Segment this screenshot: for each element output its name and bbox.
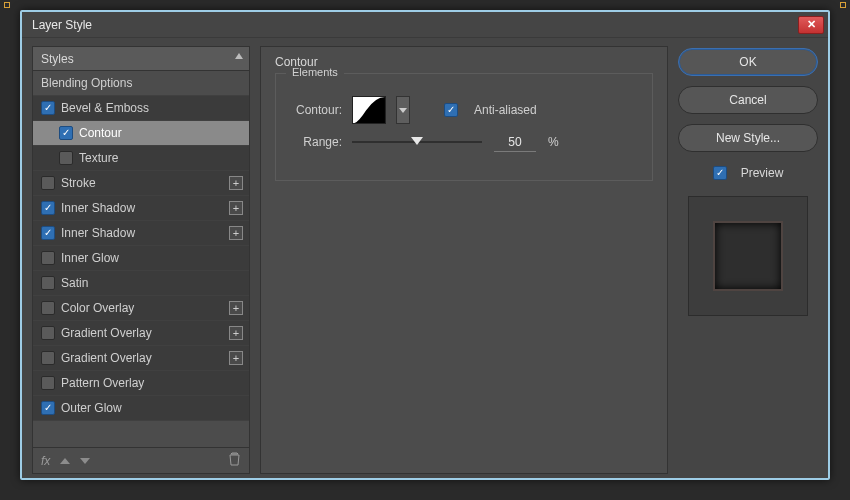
new-style-button-label: New Style... [716,131,780,145]
style-item-checkbox[interactable] [41,326,55,340]
fx-label: fx [41,454,50,468]
style-item-stroke[interactable]: Stroke+ [33,171,249,196]
dialog-buttons-panel: OK Cancel New Style... Preview [678,46,818,474]
ok-button-label: OK [739,55,756,69]
preview-label: Preview [741,166,784,180]
close-button[interactable]: ✕ [798,16,824,34]
elements-fieldset: Elements Contour: Anti-aliased Range: [275,73,653,181]
contour-curve-preview[interactable] [352,96,386,124]
style-item-label: Gradient Overlay [61,351,152,365]
contour-dropdown-button[interactable] [396,96,410,124]
add-effect-button[interactable]: + [229,226,243,240]
style-item-satin[interactable]: Satin [33,271,249,296]
style-item-contour[interactable]: Contour [33,121,249,146]
cancel-button-label: Cancel [729,93,766,107]
contour-label: Contour: [290,103,342,117]
styles-header[interactable]: Styles [33,47,249,71]
antialiased-label: Anti-aliased [474,103,537,117]
style-item-pattern-overlay[interactable]: Pattern Overlay [33,371,249,396]
cancel-button[interactable]: Cancel [678,86,818,114]
style-item-checkbox[interactable] [41,301,55,315]
delete-icon[interactable] [228,452,241,469]
style-item-label: Contour [79,126,122,140]
style-item-label: Texture [79,151,118,165]
style-item-checkbox[interactable] [59,126,73,140]
style-item-checkbox[interactable] [41,226,55,240]
titlebar[interactable]: Layer Style ✕ [22,12,828,38]
style-item-label: Pattern Overlay [61,376,144,390]
blending-options-label: Blending Options [41,76,132,90]
add-effect-button[interactable]: + [229,326,243,340]
antialiased-checkbox[interactable] [444,103,458,117]
style-item-color-overlay[interactable]: Color Overlay+ [33,296,249,321]
range-label: Range: [290,135,342,149]
style-item-label: Gradient Overlay [61,326,152,340]
style-item-checkbox[interactable] [41,201,55,215]
style-item-checkbox[interactable] [41,101,55,115]
styles-footer: fx [33,447,249,473]
style-item-label: Bevel & Emboss [61,101,149,115]
style-item-label: Inner Shadow [61,201,135,215]
blending-options-item[interactable]: Blending Options [33,71,249,96]
styles-list-panel: Styles Blending Options Bevel & EmbossCo… [32,46,250,474]
style-item-gradient-overlay[interactable]: Gradient Overlay+ [33,346,249,371]
style-item-checkbox[interactable] [41,176,55,190]
slider-thumb-icon[interactable] [411,137,423,145]
style-item-inner-glow[interactable]: Inner Glow [33,246,249,271]
style-item-label: Inner Glow [61,251,119,265]
style-item-checkbox[interactable] [41,251,55,265]
style-item-inner-shadow[interactable]: Inner Shadow+ [33,221,249,246]
add-effect-button[interactable]: + [229,301,243,315]
style-item-label: Inner Shadow [61,226,135,240]
range-slider[interactable] [352,135,482,149]
style-item-label: Outer Glow [61,401,122,415]
style-item-texture[interactable]: Texture [33,146,249,171]
style-item-checkbox[interactable] [41,401,55,415]
preview-thumbnail-content [713,221,783,291]
style-item-label: Color Overlay [61,301,134,315]
range-unit: % [548,135,559,149]
styles-header-label: Styles [41,52,74,66]
style-item-checkbox[interactable] [41,351,55,365]
style-item-label: Stroke [61,176,96,190]
add-effect-button[interactable]: + [229,176,243,190]
style-item-gradient-overlay[interactable]: Gradient Overlay+ [33,321,249,346]
style-item-checkbox[interactable] [41,276,55,290]
elements-legend: Elements [286,66,344,78]
close-icon: ✕ [807,18,816,31]
move-down-icon[interactable] [80,458,90,464]
style-item-outer-glow[interactable]: Outer Glow [33,396,249,421]
ok-button[interactable]: OK [678,48,818,76]
new-style-button[interactable]: New Style... [678,124,818,152]
style-item-inner-shadow[interactable]: Inner Shadow+ [33,196,249,221]
style-item-bevel-emboss[interactable]: Bevel & Emboss [33,96,249,121]
preview-checkbox[interactable] [713,166,727,180]
add-effect-button[interactable]: + [229,351,243,365]
layer-style-dialog: Layer Style ✕ Styles Blending Options Be… [20,10,830,480]
style-item-label: Satin [61,276,88,290]
preview-thumbnail [688,196,808,316]
style-item-checkbox[interactable] [41,376,55,390]
move-up-icon[interactable] [60,458,70,464]
style-item-checkbox[interactable] [59,151,73,165]
add-effect-button[interactable]: + [229,201,243,215]
chevron-up-icon [235,53,243,59]
window-title: Layer Style [32,18,92,32]
contour-settings-panel: Contour Elements Contour: Anti-aliased [260,46,668,474]
selection-handle-top-left [4,2,10,8]
selection-handle-top-right [840,2,846,8]
range-value-input[interactable] [494,132,536,152]
